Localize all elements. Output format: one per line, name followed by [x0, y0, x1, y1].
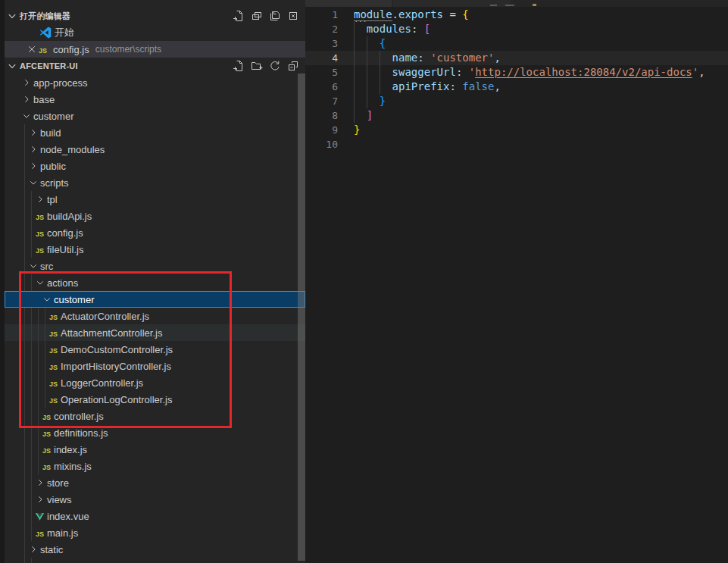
- refresh-icon[interactable]: [269, 60, 281, 72]
- tree-indent-guide: [24, 258, 25, 274]
- code-line: 2 modules: [: [305, 22, 728, 36]
- close-all-icon[interactable]: [287, 10, 299, 22]
- tree-folder-row[interactable]: src: [5, 258, 305, 274]
- line-number: 1: [305, 8, 354, 22]
- tree-folder-row[interactable]: views: [5, 491, 305, 508]
- tree-indent-guide: [31, 208, 32, 224]
- line-number: 2: [305, 22, 354, 36]
- tree-item-label: fileUtil.js: [47, 244, 83, 255]
- tree-indent-guide: [31, 274, 32, 291]
- tree-folder-row[interactable]: base: [5, 91, 305, 108]
- tree-file-row[interactable]: JScontroller.js: [5, 408, 305, 424]
- tree-indent-guide: [31, 374, 32, 391]
- tree-file-row[interactable]: JSconfig.js: [5, 224, 305, 241]
- tree-file-row[interactable]: JSmixins.js: [5, 458, 305, 474]
- tree-file-row[interactable]: JSLoggerController.js: [5, 374, 305, 391]
- tree-indent-guide: [45, 308, 45, 324]
- chevron-down-icon: [35, 277, 44, 288]
- line-number: 4: [305, 51, 354, 65]
- tree-folder-row[interactable]: customer: [5, 291, 305, 308]
- tree-item-label: AttachmentController.js: [61, 327, 162, 339]
- open-editor-item[interactable]: JSconfig.jscustomer\scripts: [5, 41, 305, 58]
- chevron-right-icon: [28, 161, 37, 171]
- tree-file-row[interactable]: JSdefinitions.js: [5, 424, 305, 441]
- tree-file-row[interactable]: JSAttachmentController.js: [5, 324, 305, 341]
- tree-file-row[interactable]: JSImportHistoryController.js: [5, 358, 305, 374]
- tree-indent-guide: [24, 558, 25, 563]
- tree-folder-row[interactable]: customer: [5, 108, 305, 124]
- tree-folder-row[interactable]: app-process: [5, 74, 305, 91]
- tree-indent-guide: [24, 174, 25, 191]
- code-line: 5 swaggerUrl: 'http://localhost:28084/v2…: [305, 65, 728, 80]
- new-folder-icon[interactable]: [251, 60, 263, 72]
- js-file-icon: JS: [48, 311, 58, 321]
- tree-folder-row[interactable]: store: [5, 474, 305, 491]
- chevron-right-icon: [21, 94, 30, 105]
- js-file-icon: JS: [35, 211, 45, 221]
- js-file-icon: JS: [48, 328, 58, 338]
- tree-folder-row[interactable]: tpl: [5, 191, 305, 208]
- chevron-down-icon: [6, 60, 18, 72]
- tree-folder-row[interactable]: build: [5, 124, 305, 141]
- tree-item-label: static: [40, 544, 63, 555]
- tree-indent-guide: [24, 374, 25, 391]
- code-line: 7 }: [305, 94, 728, 108]
- open-editor-item[interactable]: 开始: [5, 24, 305, 41]
- tab-configjs-sliver[interactable]: [393, 0, 511, 7]
- open-editors-section-header[interactable]: 打开的编辑器: [5, 8, 305, 24]
- tree-indent-guide: [31, 458, 32, 474]
- tree-file-row[interactable]: JSActuatorController.js: [5, 308, 305, 324]
- tree-indent-guide: [24, 424, 25, 441]
- tree-file-row[interactable]: JSOperationLogController.js: [5, 391, 305, 408]
- explorer-root-title: AFCENTER-UI: [20, 61, 78, 70]
- tree-folder-row[interactable]: scripts: [5, 174, 305, 191]
- tree-indent-guide: [24, 341, 25, 358]
- line-number: 3: [305, 36, 354, 51]
- tree-item-label: ActuatorController.js: [61, 311, 149, 322]
- tree-item-label: build: [40, 127, 61, 139]
- tree-item-label: scripts: [40, 177, 69, 189]
- tree-indent-guide: [38, 308, 39, 324]
- tree-file-row[interactable]: JSDemoCustomController.js: [5, 341, 305, 358]
- save-all-icon[interactable]: [269, 10, 281, 22]
- tree-indent-guide: [24, 391, 25, 408]
- tree-indent-guide: [38, 458, 39, 474]
- chevron-right-icon: [35, 194, 44, 205]
- tree-folder-row[interactable]: node_modules: [5, 141, 305, 158]
- tree-item-label: LoggerController.js: [61, 377, 143, 389]
- new-file-icon[interactable]: [233, 60, 245, 72]
- tree-file-row[interactable]: index.vue: [5, 508, 305, 524]
- close-icon[interactable]: [26, 43, 38, 55]
- tree-file-row[interactable]: JSmain.js: [5, 524, 305, 541]
- js-file-icon: JS: [48, 378, 58, 388]
- tab-welcome-sliver[interactable]: [305, 0, 392, 7]
- explorer-section-header[interactable]: AFCENTER-UI: [5, 58, 305, 74]
- sidebar-scrollbar[interactable]: [298, 74, 305, 561]
- tree-file-row[interactable]: JSbuildApi.js: [5, 208, 305, 224]
- tree-item-label: node_modules: [40, 144, 105, 155]
- tree-file-row[interactable]: JSfileUtil.js: [5, 241, 305, 258]
- editor-layout-icon[interactable]: [251, 10, 263, 22]
- code-text: apiPrefix: false,: [354, 80, 501, 94]
- open-editors-title: 打开的编辑器: [20, 11, 70, 22]
- tree-item-label: app-process: [33, 77, 88, 89]
- new-file-icon[interactable]: [233, 10, 245, 22]
- tree-indent-guide: [31, 324, 32, 341]
- tree-file-row[interactable]: JSindex.js: [5, 441, 305, 458]
- file-tree: app-processbasecustomerbuildnode_modules…: [5, 74, 305, 563]
- tree-file-row[interactable]: JS: [5, 558, 305, 563]
- editor-pane[interactable]: 1module.exports = {2 modules: [3 {4 name…: [305, 0, 728, 563]
- js-file-icon: JS: [38, 45, 48, 55]
- tree-item-label: index.vue: [47, 511, 89, 522]
- open-editor-label: config.js: [53, 44, 89, 55]
- tree-folder-row[interactable]: actions: [5, 274, 305, 291]
- code-line: 9}: [305, 123, 728, 137]
- chevron-right-icon: [28, 127, 37, 138]
- tree-indent-guide: [45, 358, 45, 374]
- tree-indent-guide: [24, 508, 25, 524]
- tree-folder-row[interactable]: static: [5, 541, 305, 558]
- tree-folder-row[interactable]: public: [5, 158, 305, 174]
- tree-indent-guide: [38, 391, 39, 408]
- line-number: 10: [305, 137, 354, 152]
- collapse-all-icon[interactable]: [287, 60, 299, 72]
